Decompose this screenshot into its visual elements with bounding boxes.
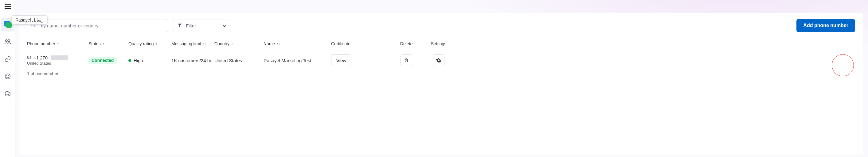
messaging-limit-value: 1K customers/24 hr — [172, 58, 214, 63]
nav-contacts[interactable] — [1, 35, 14, 49]
quality-dot-icon — [128, 59, 131, 62]
col-country[interactable]: Country ↑↓ — [214, 41, 264, 46]
col-cert-label: Certificate — [331, 41, 350, 46]
phone-number: +1 270- — [33, 55, 49, 60]
svg-point-3 — [6, 75, 7, 76]
col-status[interactable]: Status ↑↓ — [89, 41, 128, 46]
country-value: United States — [214, 58, 264, 63]
col-phone-label: Phone number — [27, 41, 55, 46]
gear-icon — [436, 57, 441, 63]
filter-button[interactable]: Filter — [173, 19, 231, 32]
main-content: Filter Add phone number Phone number ↑ S… — [16, 0, 868, 157]
search-input[interactable] — [27, 19, 168, 32]
table-header: Phone number ↑ Status ↑↓ Quality rating … — [27, 41, 855, 50]
col-limit[interactable]: Messaging limit ↑↓ — [172, 41, 214, 46]
chat-logo-icon — [3, 21, 12, 28]
svg-point-2 — [5, 74, 10, 79]
col-certificate: Certificate — [331, 41, 390, 46]
col-name[interactable]: Name ↑↓ — [264, 41, 331, 46]
col-limit-label: Messaging limit — [172, 41, 201, 46]
col-settings: Settings — [423, 41, 454, 46]
nav-conversations[interactable] — [1, 87, 14, 100]
col-status-label: Status — [89, 41, 101, 46]
quality-value: High — [134, 58, 143, 63]
nav-analytics[interactable] — [1, 70, 14, 83]
sort-icon: ↑↓ — [277, 42, 280, 46]
col-phone-number[interactable]: Phone number ↑ — [27, 41, 89, 46]
nav-integrations[interactable] — [1, 52, 14, 66]
filter-icon — [177, 23, 182, 29]
country-code-badge: US — [27, 56, 32, 59]
trash-icon — [404, 57, 409, 63]
col-delete-label: Delete — [400, 41, 412, 46]
filter-label: Filter — [186, 23, 196, 28]
sort-icon: ↑↓ — [203, 42, 206, 46]
app-tooltip: Rasayel رسايل — [11, 16, 48, 25]
table-footer-count: 1 phone number — [27, 71, 855, 76]
col-name-label: Name — [264, 41, 275, 46]
svg-point-1 — [8, 40, 10, 42]
col-country-label: Country — [214, 41, 229, 46]
menu-button[interactable] — [4, 2, 12, 10]
table-row: US +1 270- United States Connected High … — [27, 50, 855, 69]
sort-icon: ↑↓ — [155, 42, 159, 46]
add-phone-number-button[interactable]: Add phone number — [797, 19, 855, 32]
col-quality-label: Quality rating — [128, 41, 154, 46]
view-certificate-button[interactable]: View — [331, 54, 351, 66]
svg-point-0 — [5, 40, 7, 42]
status-badge: Connected — [89, 57, 117, 64]
col-quality[interactable]: Quality rating ↑↓ — [128, 41, 172, 46]
phone-country-sub: United States — [27, 61, 89, 66]
name-value: Rasayel Marketing Test — [264, 58, 331, 63]
chevron-down-icon — [223, 23, 226, 28]
sort-asc-icon: ↑ — [57, 42, 59, 46]
svg-point-4 — [8, 75, 9, 76]
phone-redacted — [51, 55, 68, 60]
col-settings-label: Settings — [431, 41, 446, 46]
delete-button[interactable] — [401, 54, 412, 66]
settings-button[interactable] — [433, 54, 444, 66]
sort-icon: ↑↓ — [102, 42, 106, 46]
col-delete: Delete — [390, 41, 423, 46]
sort-icon: ↑↓ — [231, 42, 235, 46]
